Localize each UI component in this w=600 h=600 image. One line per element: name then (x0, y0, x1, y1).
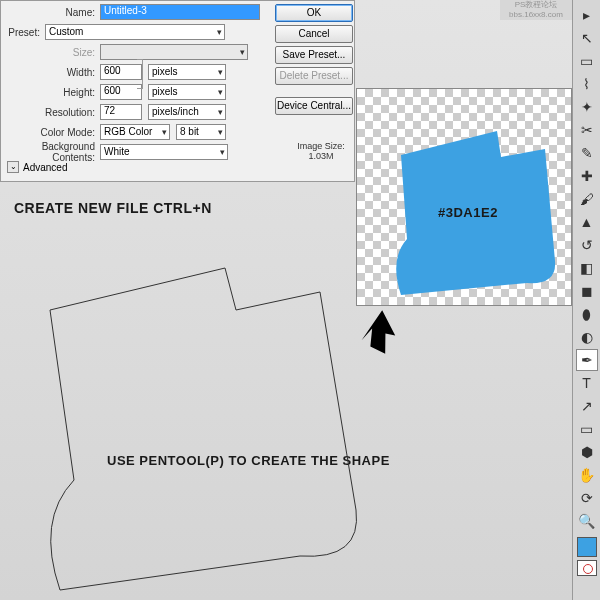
lasso-tool[interactable]: ⌇ (576, 73, 598, 95)
width-label: Width: (5, 67, 100, 78)
new-document-dialog: Name: Untitled-3 Preset: Custom Size: Wi… (0, 0, 355, 182)
quickmask-toggle[interactable] (577, 560, 597, 576)
pen-tool-outline (30, 260, 400, 600)
bg-select[interactable]: White (100, 144, 228, 160)
image-size-readout: Image Size: 1.03M (291, 141, 351, 161)
ok-button[interactable]: OK (275, 4, 353, 22)
height-input[interactable]: 600 (100, 84, 142, 100)
stamp-tool[interactable]: ▲ (576, 211, 598, 233)
eyedropper-tool[interactable]: ✎ (576, 142, 598, 164)
advanced-label: Advanced (23, 162, 67, 173)
resolution-unit-select[interactable]: pixels/inch (148, 104, 226, 120)
hand-tool[interactable]: ✋ (576, 464, 598, 486)
eraser-tool[interactable]: ◧ (576, 257, 598, 279)
dialog-buttons: OK Cancel Save Preset... Delete Preset..… (273, 1, 355, 118)
link-icon (137, 59, 143, 89)
resolution-label: Resolution: (5, 107, 100, 118)
tools-panel: ▸ ↖▭⌇✦✂✎✚🖌▲↺◧◼⬮◐✒T↗▭⬢✋⟳🔍 (572, 0, 600, 600)
color-hex-label: #3DA1E2 (438, 205, 498, 220)
3d-tool[interactable]: ⬢ (576, 441, 598, 463)
path-tool[interactable]: ↗ (576, 395, 598, 417)
zoom-tool[interactable]: 🔍 (576, 510, 598, 532)
watermark: PS教程论坛bbs.16xx8.com (500, 0, 572, 20)
type-tool[interactable]: T (576, 372, 598, 394)
size-select (100, 44, 248, 60)
depth-select[interactable]: 8 bit (176, 124, 226, 140)
cancel-button[interactable]: Cancel (275, 25, 353, 43)
wand-tool[interactable]: ✦ (576, 96, 598, 118)
resolution-input[interactable]: 72 (100, 104, 142, 120)
collapse-icon[interactable]: ▸ (576, 4, 598, 26)
blur-tool[interactable]: ⬮ (576, 303, 598, 325)
history-tool[interactable]: ↺ (576, 234, 598, 256)
arrow-icon (354, 302, 404, 358)
colormode-label: Color Mode: (5, 127, 100, 138)
bg-label: Background Contents: (5, 141, 100, 163)
colormode-select[interactable]: RGB Color (100, 124, 170, 140)
chevron-down-icon: ⌄ (7, 161, 19, 173)
crop-tool[interactable]: ✂ (576, 119, 598, 141)
device-central-button[interactable]: Device Central... (275, 97, 353, 115)
save-preset-button[interactable]: Save Preset... (275, 46, 353, 64)
rotate-tool[interactable]: ⟳ (576, 487, 598, 509)
delete-preset-button: Delete Preset... (275, 67, 353, 85)
height-label: Height: (5, 87, 100, 98)
pen-tool[interactable]: ✒ (576, 349, 598, 371)
height-unit-select[interactable]: pixels (148, 84, 226, 100)
dodge-tool[interactable]: ◐ (576, 326, 598, 348)
shape-tool[interactable]: ▭ (576, 418, 598, 440)
gradient-tool[interactable]: ◼ (576, 280, 598, 302)
advanced-toggle[interactable]: ⌄ Advanced (7, 161, 67, 173)
name-input[interactable]: Untitled-3 (100, 4, 260, 20)
width-input[interactable]: 600 (100, 64, 142, 80)
name-label: Name: (5, 7, 100, 18)
size-label: Size: (5, 47, 100, 58)
brush-tool[interactable]: 🖌 (576, 188, 598, 210)
width-unit-select[interactable]: pixels (148, 64, 226, 80)
preset-label: Preset: (5, 27, 45, 38)
move-tool[interactable]: ↖ (576, 27, 598, 49)
foreground-color-swatch[interactable] (577, 537, 597, 557)
heal-tool[interactable]: ✚ (576, 165, 598, 187)
instruction-create: CREATE NEW FILE CTRL+N (14, 200, 212, 216)
marquee-tool[interactable]: ▭ (576, 50, 598, 72)
preset-select[interactable]: Custom (45, 24, 225, 40)
